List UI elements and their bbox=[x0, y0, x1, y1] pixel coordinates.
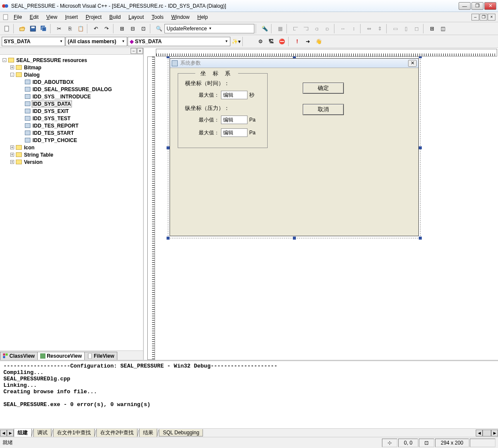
wizard-action-button[interactable]: ✨▾ bbox=[231, 36, 241, 47]
member-filter-combo[interactable]: (All class members)▼ bbox=[66, 37, 127, 46]
output-scroll-left[interactable]: ◀ bbox=[0, 430, 7, 436]
menu-window[interactable]: Window bbox=[168, 13, 193, 21]
search-button[interactable]: 🔦 bbox=[259, 24, 270, 34]
tree-root[interactable]: -SEAL_PRESSURE resources bbox=[2, 56, 141, 64]
cut-button[interactable]: ✂ bbox=[54, 24, 64, 34]
resource-tree[interactable]: -SEAL_PRESSURE resources +Bitmap -Dialog… bbox=[0, 55, 143, 350]
maximize-button[interactable]: ❐ bbox=[471, 2, 483, 10]
tree-dialog-item[interactable]: IDD_TYP_CHOICE bbox=[2, 136, 141, 144]
new-button[interactable] bbox=[2, 24, 12, 34]
paste-button[interactable]: 📋 bbox=[75, 24, 86, 34]
output-hscroll-thumb[interactable] bbox=[483, 430, 491, 436]
output-tab-find1[interactable]: 在文件1中查找 bbox=[53, 429, 95, 437]
tree-dialog-item-selected[interactable]: IDD_SYS_DATA bbox=[2, 100, 141, 107]
compile-button[interactable]: ⚙ bbox=[255, 36, 265, 47]
save-all-button[interactable] bbox=[39, 24, 49, 34]
output-text[interactable]: --------------------Configuration: SEAL_… bbox=[0, 361, 498, 428]
find-combo[interactable]: UpdateReference▼ bbox=[164, 24, 254, 33]
menu-insert[interactable]: Insert bbox=[62, 13, 81, 21]
minimize-button[interactable]: — bbox=[459, 2, 471, 10]
tree-string-table[interactable]: +String Table bbox=[2, 151, 141, 158]
copy-button[interactable]: ⎘ bbox=[65, 24, 75, 34]
symbol-combo[interactable]: ◆ SYS_DATA▼ bbox=[128, 37, 230, 46]
output-hscroll-right[interactable]: ▶ bbox=[491, 430, 498, 436]
menu-tools[interactable]: Tools bbox=[148, 13, 167, 21]
space-v-button[interactable]: ⇕ bbox=[375, 24, 385, 34]
menu-view[interactable]: View bbox=[43, 13, 61, 21]
class-combo[interactable]: SYS_DATA▼ bbox=[2, 37, 65, 46]
output-tab-build[interactable]: 组建 bbox=[14, 429, 32, 437]
input-x-max[interactable]: 编辑 bbox=[221, 91, 248, 99]
tree-dialog-item[interactable]: IDD_SEAL_PRESSURE_DIALOG bbox=[2, 86, 141, 93]
same-height-button[interactable]: ▯ bbox=[401, 24, 411, 34]
tree-dialog-item[interactable]: IDD_TES_REPORT bbox=[2, 122, 141, 129]
tree-dialog[interactable]: -Dialog bbox=[2, 71, 141, 78]
find-button[interactable]: 🔍 bbox=[154, 24, 164, 34]
close-button[interactable]: ✕ bbox=[484, 2, 496, 10]
input-y-max[interactable]: 编辑 bbox=[221, 128, 248, 137]
menu-layout[interactable]: Layout bbox=[125, 13, 147, 21]
build-button[interactable]: 🏗 bbox=[266, 36, 276, 47]
menu-build[interactable]: Build bbox=[106, 13, 124, 21]
tree-dialog-item[interactable]: IDD_SYS__INTRODUCE bbox=[2, 93, 141, 100]
workspace-button[interactable]: ⊞ bbox=[117, 24, 127, 34]
execute-button[interactable]: ! bbox=[292, 36, 302, 47]
tree-dialog-item[interactable]: IDD_ABOUTBOX bbox=[2, 78, 141, 86]
stop-build-button[interactable]: ⛔ bbox=[277, 36, 287, 47]
menu-help[interactable]: Help bbox=[194, 13, 212, 21]
output-button[interactable]: ⊟ bbox=[128, 24, 138, 34]
output-hscroll-left[interactable]: ◀ bbox=[476, 430, 483, 436]
groupbox-coords[interactable]: 坐 标 系 横坐标（时间）： 最大值： 编辑 秒 纵坐标（压力）： 最小值： 编… bbox=[178, 73, 268, 148]
align-bottom-button[interactable]: ⫐ bbox=[322, 24, 333, 34]
go-button[interactable]: ➜ bbox=[303, 36, 313, 47]
grid-button[interactable]: ⊞ bbox=[427, 24, 437, 34]
breakpoint-button[interactable]: 👋 bbox=[313, 36, 324, 47]
center-v-button[interactable]: ↕ bbox=[349, 24, 359, 34]
panel-dock-button[interactable]: – bbox=[131, 48, 137, 54]
mdi-minimize-button[interactable]: – bbox=[471, 14, 479, 21]
tab-resourceview[interactable]: ResourceView bbox=[37, 352, 85, 360]
space-h-button[interactable]: ⇔ bbox=[364, 24, 374, 34]
cancel-button[interactable]: 取消 bbox=[303, 104, 344, 115]
tab-fileview[interactable]: FileView bbox=[84, 352, 117, 360]
save-button[interactable] bbox=[28, 24, 38, 34]
tree-dialog-item[interactable]: IDD_TES_START bbox=[2, 129, 141, 136]
same-width-button[interactable]: ▭ bbox=[390, 24, 400, 34]
output-tab-debug[interactable]: 调试 bbox=[33, 429, 51, 437]
panel-close-button[interactable]: × bbox=[137, 48, 143, 54]
tree-dialog-item[interactable]: IDD_SYS_TEST bbox=[2, 115, 141, 122]
design-canvas[interactable]: 系统参数 ✕ 坐 标 系 横坐标（时间）： 最大值： 编辑 秒 纵 bbox=[155, 56, 498, 360]
tree-dialog-item[interactable]: IDD_SYS_EXIT bbox=[2, 107, 141, 115]
redo-button[interactable]: ↷ bbox=[101, 24, 112, 34]
output-scroll-right[interactable]: ▶ bbox=[7, 430, 14, 436]
input-y-min[interactable]: 编辑 bbox=[221, 116, 248, 124]
mdi-close-button[interactable]: × bbox=[488, 14, 495, 21]
output-tab-sql[interactable]: SQL Debugging bbox=[159, 429, 203, 436]
align-right-button[interactable]: ⫎ bbox=[301, 24, 311, 34]
guides-button[interactable]: ◫ bbox=[438, 24, 448, 34]
undo-button[interactable]: ↶ bbox=[91, 24, 101, 34]
menu-project[interactable]: Project bbox=[82, 13, 105, 21]
tree-version[interactable]: +Version bbox=[2, 158, 141, 166]
preview-close-button[interactable]: ✕ bbox=[408, 60, 417, 67]
tree-icon[interactable]: +Icon bbox=[2, 144, 141, 151]
svg-point-1 bbox=[5, 4, 8, 8]
dialog-preview[interactable]: 系统参数 ✕ 坐 标 系 横坐标（时间）： 最大值： 编辑 秒 纵 bbox=[170, 58, 419, 236]
same-size-button[interactable]: ◻ bbox=[412, 24, 422, 34]
ruler-vertical[interactable] bbox=[147, 56, 155, 360]
center-h-button[interactable]: ↔ bbox=[338, 24, 348, 34]
tree-bitmap[interactable]: +Bitmap bbox=[2, 64, 141, 71]
ruler-horizontal[interactable] bbox=[156, 49, 497, 56]
mdi-restore-button[interactable]: ❐ bbox=[480, 14, 487, 21]
menu-file[interactable]: File bbox=[10, 13, 25, 21]
ok-button[interactable]: 确定 bbox=[303, 83, 344, 94]
test-button[interactable]: ▦ bbox=[275, 24, 285, 34]
window-list-button[interactable]: ⊡ bbox=[138, 24, 149, 34]
align-top-button[interactable]: ⫏ bbox=[312, 24, 322, 34]
output-tab-find2[interactable]: 在文件2中查找 bbox=[96, 429, 138, 437]
tab-classview[interactable]: ClassView bbox=[0, 352, 38, 360]
open-button[interactable] bbox=[17, 24, 27, 34]
output-tab-results[interactable]: 结果 bbox=[139, 429, 157, 437]
align-left-button[interactable]: ⫍ bbox=[290, 24, 301, 34]
menu-edit[interactable]: Edit bbox=[26, 13, 42, 21]
